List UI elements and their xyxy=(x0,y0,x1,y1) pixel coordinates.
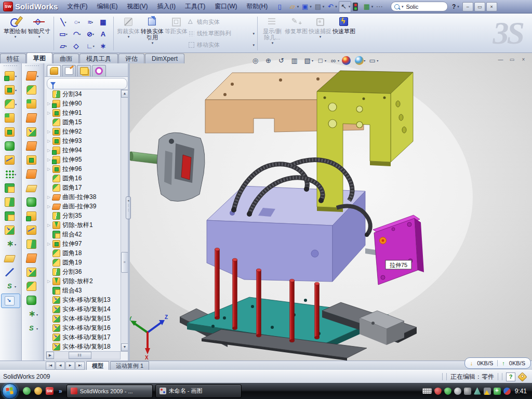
mirror-entities-button[interactable]: 镜向实体 xyxy=(188,17,255,27)
tree-item[interactable]: 实体-移动/复制16 xyxy=(47,323,121,332)
boundary-boss-icon[interactable] xyxy=(23,111,42,125)
sketch-draw-button[interactable]: 草图绘制 xyxy=(3,15,27,52)
hide-show-items-icon[interactable]: ∞ xyxy=(328,55,340,66)
taskbar-window-paint[interactable]: 未命名 - 画图 xyxy=(155,384,242,398)
tree-item[interactable]: 分割35 xyxy=(47,211,121,220)
scroll-right-button[interactable]: ▶ xyxy=(46,352,54,359)
slot-icon[interactable]: ▱ xyxy=(57,40,70,52)
tab-features[interactable]: 特征 xyxy=(0,54,26,63)
help-dropdown-icon[interactable] xyxy=(457,5,459,9)
print-icon[interactable]: ▤ xyxy=(313,2,325,12)
volume-icon[interactable] xyxy=(464,388,471,395)
health-shield-icon[interactable] xyxy=(494,388,501,395)
swept-boss-icon[interactable] xyxy=(23,69,42,83)
extend-surface-icon[interactable] xyxy=(23,265,42,279)
section-view-icon[interactable]: ▥ xyxy=(289,55,301,66)
trim-entities-button[interactable]: 剪裁实体 xyxy=(116,15,140,52)
menu-item[interactable]: 文件(F) xyxy=(67,2,87,11)
undo-icon[interactable]: ↶ xyxy=(326,2,338,12)
move-copy-body-icon[interactable] xyxy=(1,223,20,237)
apply-scene-icon[interactable] xyxy=(354,55,366,66)
draft-icon[interactable] xyxy=(1,139,20,153)
tree-item[interactable]: 拉伸96 xyxy=(47,164,121,174)
vertical-scroll-thumb[interactable]: ≡ xyxy=(121,252,128,273)
edit-appearance-icon[interactable] xyxy=(341,55,353,66)
expand-arrow-icon[interactable] xyxy=(47,223,52,228)
tab-mold-tools[interactable]: 模具工具 xyxy=(79,54,118,63)
graphics-viewport[interactable]: Y Z X 拉伸75 ◎ ⊕ xyxy=(130,53,532,361)
sketch-text-icon[interactable]: A xyxy=(97,28,111,40)
sync-ball-icon[interactable] xyxy=(503,388,511,395)
move-entities-button[interactable]: 移动实体 xyxy=(188,40,255,50)
tree-item[interactable]: 分割36 xyxy=(47,267,121,276)
warning-overlay-icon[interactable] xyxy=(484,388,491,395)
close-button[interactable]: × xyxy=(486,2,497,11)
previous-view-icon[interactable]: ↺ xyxy=(276,55,288,66)
dimxpertmanager-tab[interactable] xyxy=(92,65,106,76)
repair-sketch-button[interactable]: 修复草图 xyxy=(284,15,308,52)
tree-item[interactable]: 实体-移动/复制13 xyxy=(47,295,121,304)
scroll-up-button[interactable]: ▲ xyxy=(121,90,128,98)
shell-icon[interactable] xyxy=(1,111,20,125)
quick-snaps-button[interactable]: 快速捕捉 xyxy=(308,15,332,52)
menu-item[interactable]: 插入(I) xyxy=(157,2,176,11)
options-list-icon[interactable]: ▦ xyxy=(362,2,374,12)
thicken-icon[interactable] xyxy=(23,167,42,181)
taskbar-window-solidworks[interactable]: SolidWorks 2009 - ... xyxy=(66,384,153,398)
dome-icon[interactable] xyxy=(23,294,42,307)
restore-button[interactable]: ▭ xyxy=(474,2,485,11)
reference-point-icon[interactable] xyxy=(1,237,20,251)
view-orientation-icon[interactable]: ▧ xyxy=(302,55,314,66)
tree-item[interactable]: 拉伸97 xyxy=(47,239,121,248)
spline-icon[interactable]: ≈ xyxy=(84,16,97,28)
tree-item[interactable]: 拉伸91 xyxy=(47,108,121,117)
convert-entities-button[interactable]: 转换实体引用 xyxy=(140,15,164,52)
menu-item[interactable]: 视图(V) xyxy=(127,2,148,11)
network-icon[interactable] xyxy=(474,388,481,395)
menu-item[interactable]: 编辑(E) xyxy=(97,2,118,11)
messenger-icon[interactable] xyxy=(23,387,31,395)
knit-surface-icon[interactable] xyxy=(23,223,42,237)
document-minimize-button[interactable]: — xyxy=(496,56,505,63)
prev-tab-button[interactable]: ◀ xyxy=(56,362,65,370)
offset-entities-button[interactable]: 等距实体 xyxy=(164,15,188,52)
loft-boss-icon[interactable] xyxy=(23,97,42,111)
freeform-icon[interactable] xyxy=(23,195,42,209)
tree-item[interactable]: 圆角18 xyxy=(47,248,121,258)
delete-face-icon[interactable] xyxy=(23,237,42,251)
line-icon[interactable]: ╲ xyxy=(57,16,70,28)
split-icon[interactable] xyxy=(1,195,20,209)
rapid-sketch-button[interactable]: 快速草图 xyxy=(332,15,356,52)
tree-item[interactable]: 组合42 xyxy=(47,230,121,239)
flatten-icon[interactable] xyxy=(1,294,20,308)
scroll-down-button[interactable]: ▼ xyxy=(121,343,128,351)
boss-extrude-icon[interactable] xyxy=(1,69,20,83)
tree-item[interactable]: 拉伸90 xyxy=(47,99,121,108)
combine-icon[interactable] xyxy=(1,181,20,195)
open-folder-icon[interactable]: ▱ xyxy=(288,2,300,12)
tree-item[interactable]: 实体-移动/复制14 xyxy=(47,304,121,314)
solidworks-launcher-icon[interactable]: SW xyxy=(46,387,54,395)
expand-arrow-icon[interactable] xyxy=(47,139,52,143)
quick-tips-icon[interactable]: ? xyxy=(506,373,515,381)
pattern-dots-icon[interactable] xyxy=(1,167,20,181)
expand-arrow-icon[interactable] xyxy=(47,279,52,284)
tree-item[interactable]: 实体-移动/复制17 xyxy=(47,332,121,342)
tree-item[interactable]: 圆角17 xyxy=(47,183,121,192)
offset-surface-icon[interactable] xyxy=(23,209,42,223)
expand-arrow-icon[interactable] xyxy=(47,167,52,171)
combine-alt-icon[interactable] xyxy=(1,209,20,223)
select-arrow-icon[interactable]: ↖ xyxy=(339,1,352,12)
panel-splitter-handle[interactable]: ◂⋮⋮ xyxy=(126,196,131,219)
tab-evaluate[interactable]: 评估 xyxy=(118,54,144,63)
keyboard-layout-icon[interactable] xyxy=(422,388,432,394)
menu-item[interactable]: 工具(T) xyxy=(185,2,205,11)
tree-item[interactable]: 实体-移动/复制15 xyxy=(47,314,121,323)
point-icon[interactable]: ∗ xyxy=(97,40,111,52)
expand-arrow-icon[interactable] xyxy=(47,111,52,115)
fillet-surface-icon[interactable] xyxy=(23,280,42,293)
tree-item[interactable]: 拉伸92 xyxy=(47,127,121,136)
revolve-boss-icon[interactable] xyxy=(23,83,42,97)
motion-study-tab[interactable]: 运动算例 1 xyxy=(110,361,149,370)
expand-arrow-icon[interactable] xyxy=(47,129,52,134)
